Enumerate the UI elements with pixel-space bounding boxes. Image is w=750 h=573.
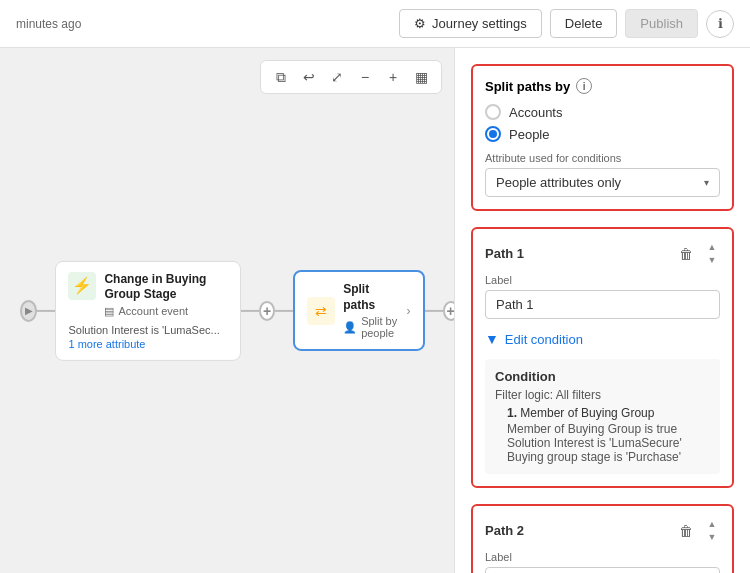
split-by-radio-group: Accounts People (485, 104, 720, 142)
people-radio-item[interactable]: People (485, 126, 720, 142)
condition-box: Condition Filter logic: All filters 1. M… (485, 359, 720, 474)
connector-line-2 (241, 310, 259, 312)
path1-label-text: Label (485, 274, 720, 286)
path1-up-button[interactable]: ▲ (704, 241, 720, 253)
filter-icon: ▼ (485, 331, 499, 347)
info-button[interactable]: ℹ (706, 10, 734, 38)
buying-group-attr: Solution Interest is 'LumaSec... (68, 324, 228, 336)
path1-section: Path 1 🗑 ▲ ▼ Label ▼ Edit condition Cond… (471, 227, 734, 488)
accounts-radio-circle (485, 104, 501, 120)
condition-sub-3: Buying group stage is 'Purchase' (507, 450, 710, 464)
accounts-radio-label: Accounts (509, 105, 562, 120)
top-bar-actions: ⚙ Journey settings Delete Publish ℹ (399, 9, 734, 38)
lightning-icon: ⚡ (68, 271, 96, 299)
split-paths-node[interactable]: ⇄ Split paths 👤 Split by people › (293, 270, 424, 351)
condition-title: Condition (495, 369, 710, 384)
canvas-toolbar: ⧉ ↩ ⤢ − + ▦ (260, 60, 442, 94)
zoom-in-icon[interactable]: + (381, 65, 405, 89)
add-between-button[interactable]: + (259, 301, 275, 321)
buying-group-subtitle: ▤ Account event (104, 305, 228, 318)
path1-actions: 🗑 ▲ ▼ (674, 241, 720, 266)
path2-header: Path 2 🗑 ▲ ▼ (485, 518, 720, 543)
start-node: ▶ (20, 300, 37, 322)
canvas-area: ⧉ ↩ ⤢ − + ▦ ▶ ⚡ Change in Buying Group S… (0, 48, 454, 573)
path2-actions: 🗑 ▲ ▼ (674, 518, 720, 543)
path2-label-text: Label (485, 551, 720, 563)
path2-input[interactable] (485, 567, 720, 573)
condition-item-1: 1. Member of Buying Group (507, 406, 710, 420)
buying-group-title: Change in Buying Group Stage (104, 271, 228, 302)
flow-diagram: ▶ ⚡ Change in Buying Group Stage ▤ Accou… (20, 260, 454, 360)
split-subtitle: 👤 Split by people (343, 315, 398, 339)
top-bar: minutes ago ⚙ Journey settings Delete Pu… (0, 0, 750, 48)
path2-title: Path 2 (485, 523, 524, 538)
path1-title: Path 1 (485, 246, 524, 261)
publish-button[interactable]: Publish (625, 9, 698, 38)
grid-icon[interactable]: ▦ (409, 65, 433, 89)
add-after-button[interactable]: + (443, 301, 454, 321)
split-title: Split paths (343, 282, 398, 313)
zoom-out-icon[interactable]: − (353, 65, 377, 89)
copy-icon[interactable]: ⧉ (269, 65, 293, 89)
split-node-arrow-icon: › (407, 304, 411, 318)
edit-condition-button[interactable]: ▼ Edit condition (485, 327, 720, 351)
path1-input[interactable] (485, 290, 720, 319)
attr-used-label: Attribute used for conditions (485, 152, 720, 164)
chevron-down-icon: ▾ (704, 177, 709, 188)
condition-sub-2: Solution Interest is 'LumaSecure' (507, 436, 710, 450)
undo-icon[interactable]: ↩ (297, 65, 321, 89)
path2-section: Path 2 🗑 ▲ ▼ Label ▼ Apply condition (471, 504, 734, 573)
attribute-section: Attribute used for conditions People att… (485, 152, 720, 197)
info-icon: ℹ (718, 16, 723, 31)
buying-group-node[interactable]: ⚡ Change in Buying Group Stage ▤ Account… (55, 260, 241, 360)
split-by-header: Split paths by i (485, 78, 720, 94)
condition-logic: Filter logic: All filters (495, 388, 710, 402)
connector-line-3 (275, 310, 293, 312)
connector-line-4 (425, 310, 443, 312)
path2-order-buttons: ▲ ▼ (704, 518, 720, 543)
timestamp: minutes ago (16, 17, 81, 31)
accounts-radio-item[interactable]: Accounts (485, 104, 720, 120)
start-arrow-icon: ▶ (25, 305, 33, 316)
people-icon: 👤 (343, 321, 357, 334)
split-by-info-icon[interactable]: i (576, 78, 592, 94)
split-icon: ⇄ (307, 297, 335, 325)
journey-settings-button[interactable]: ⚙ Journey settings (399, 9, 542, 38)
path1-header: Path 1 🗑 ▲ ▼ (485, 241, 720, 266)
path2-down-button[interactable]: ▼ (704, 531, 720, 543)
condition-sub-1: Member of Buying Group is true (507, 422, 710, 436)
path2-up-button[interactable]: ▲ (704, 518, 720, 530)
path1-down-button[interactable]: ▼ (704, 254, 720, 266)
split-paths-by-section: Split paths by i Accounts People Attribu… (471, 64, 734, 211)
path1-order-buttons: ▲ ▼ (704, 241, 720, 266)
connector-line (37, 310, 55, 312)
delete-button[interactable]: Delete (550, 9, 618, 38)
attr-select[interactable]: People attributes only ▾ (485, 168, 720, 197)
attr-select-value: People attributes only (496, 175, 621, 190)
people-radio-circle (485, 126, 501, 142)
expand-icon[interactable]: ⤢ (325, 65, 349, 89)
gear-icon: ⚙ (414, 16, 426, 31)
path1-delete-button[interactable]: 🗑 (674, 242, 698, 266)
account-event-icon: ▤ (104, 305, 114, 318)
right-panel: Split paths by i Accounts People Attribu… (454, 48, 750, 573)
people-radio-label: People (509, 127, 549, 142)
path2-delete-button[interactable]: 🗑 (674, 519, 698, 543)
buying-group-more[interactable]: 1 more attribute (68, 338, 228, 350)
